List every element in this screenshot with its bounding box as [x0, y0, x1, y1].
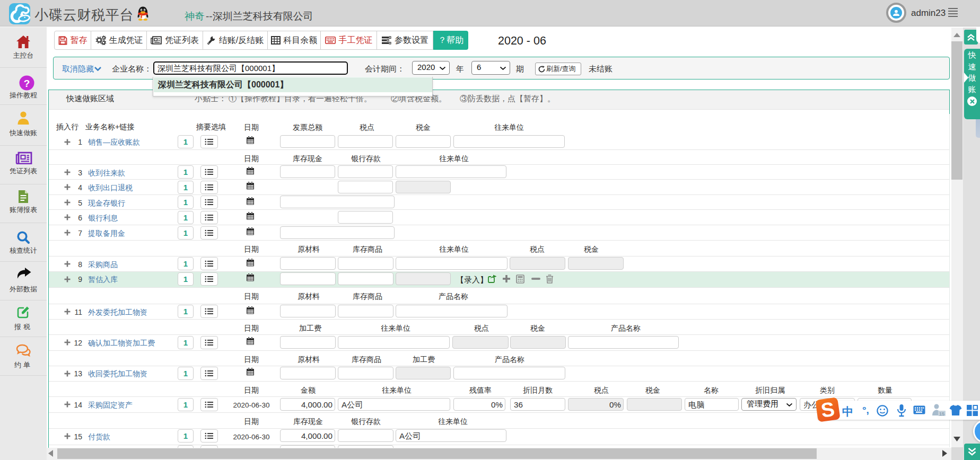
svg-text:15: 15: [939, 411, 944, 417]
svg-text:?: ?: [24, 77, 30, 89]
